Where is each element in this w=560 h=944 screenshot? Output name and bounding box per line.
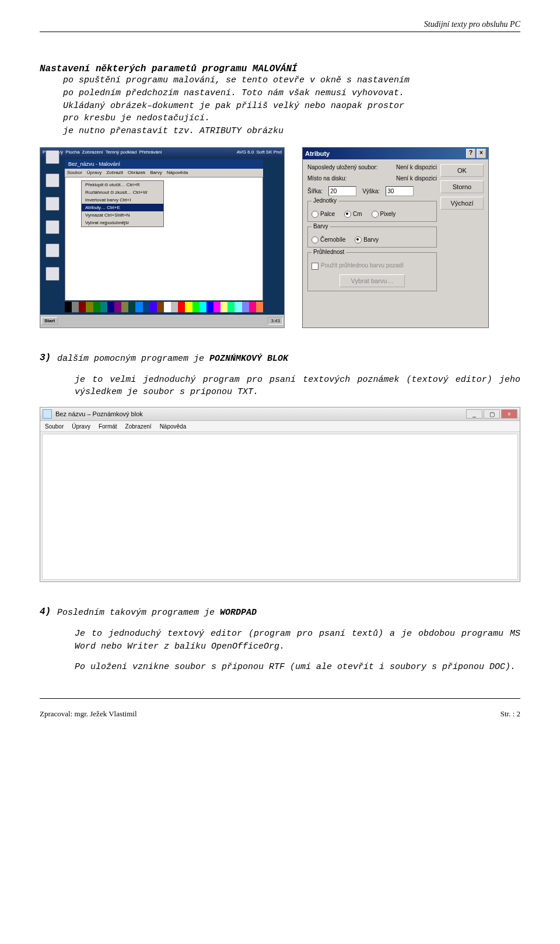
desktop-icon — [43, 243, 62, 264]
paint-screenshot: PříkazovýPlochaZobrazeníTemný podkladPře… — [40, 147, 285, 328]
close-button[interactable]: × — [477, 149, 486, 158]
paragraph: po poledním předchozím nastavení. Toto n… — [40, 87, 520, 100]
radio-bw[interactable] — [312, 236, 318, 243]
list-number: 4) — [40, 607, 51, 619]
paragraph: Po uložení vznikne soubor s příponou RTF… — [40, 661, 520, 674]
default-button[interactable]: Výchozí — [440, 197, 484, 210]
context-menu[interactable]: Překlopit či otočit… Ctrl+R Roztáhnout č… — [81, 180, 164, 227]
cancel-button[interactable]: Storno — [440, 180, 484, 193]
paint-titlebar: Bez_názvu - Malování — [65, 159, 263, 169]
paint-menubar[interactable]: SouborÚpravyZobrazitObrázekBarvyNápověda — [65, 169, 263, 177]
transparency-checkbox[interactable] — [312, 263, 318, 270]
colors-group: Barvy Černobíle Barvy — [307, 227, 437, 248]
desktop-icon — [43, 173, 62, 194]
header-divider — [40, 32, 520, 32]
height-input[interactable] — [386, 186, 414, 196]
help-button[interactable]: ? — [466, 149, 475, 158]
units-group: Jednotky Palce Cm Pixely — [307, 201, 437, 222]
start-button[interactable]: Start — [41, 317, 58, 325]
paragraph: je nutno přenastavit tzv. ATRIBUTY obráz… — [40, 125, 520, 138]
close-button[interactable]: × — [501, 409, 517, 419]
desktop-icon — [43, 267, 62, 288]
radio-color[interactable] — [355, 236, 362, 243]
attributes-dialog: Atributy ? × Naposledy uložený soubor:Ne… — [302, 147, 489, 328]
footer-divider — [40, 698, 520, 699]
paragraph: je to velmi jednoduchý program pro psaní… — [40, 374, 520, 399]
footer-left: Zpracoval: mgr. Ježek Vlastimil — [40, 709, 137, 719]
paragraph: po spuštění programu malování, se tento … — [40, 74, 520, 87]
notepad-textarea[interactable] — [42, 434, 518, 580]
desktop-toolbar: PříkazovýPlochaZobrazeníTemný podkladPře… — [40, 148, 284, 157]
radio-pixels[interactable] — [372, 211, 379, 218]
radio-cm[interactable] — [344, 211, 351, 218]
list-number: 3) — [40, 353, 51, 365]
notepad-icon — [43, 409, 52, 419]
taskbar[interactable]: Start 3:43 — [40, 315, 284, 328]
desktop-icon — [43, 220, 62, 241]
program-name: WORDPAD — [220, 608, 257, 618]
maximize-button[interactable]: ▢ — [484, 409, 500, 419]
ok-button[interactable]: OK — [440, 164, 484, 177]
section-title: Nastavení některých parametů programu MA… — [40, 64, 520, 74]
notepad-titlebar: Bez názvu – Poznámkový blok _ ▢ × — [40, 407, 520, 421]
program-name: POZNŃMKOVÝ BLOK — [209, 354, 288, 364]
transparency-group: Průhlednost Použít průhlednou barvu poza… — [307, 252, 437, 291]
page-header: Studijní texty pro obsluhu PC — [40, 20, 520, 29]
desktop-icon — [43, 150, 62, 171]
paragraph: pro kresbu je nedostačující. — [40, 112, 520, 125]
width-input[interactable] — [328, 186, 356, 196]
footer-right: Str. : 2 — [501, 709, 520, 719]
pick-color-button[interactable]: Vybrat barvu… — [340, 274, 405, 287]
paragraph: Je to jednoduchý textový editor (program… — [40, 628, 520, 653]
tray-clock: 3:43 — [268, 317, 283, 325]
notepad-menubar[interactable]: SouborÚpravyFormátZobrazeníNápověda — [40, 421, 520, 432]
notepad-screenshot: Bez názvu – Poznámkový blok _ ▢ × Soubor… — [40, 407, 520, 582]
radio-inches[interactable] — [312, 211, 318, 218]
screenshot-row-1: PříkazovýPlochaZobrazeníTemný podkladPře… — [40, 147, 520, 328]
desktop-icon — [43, 197, 62, 218]
dialog-titlebar: Atributy ? × — [303, 148, 488, 159]
paragraph: Ukládaný obrázek–dokument je pak příliš … — [40, 100, 520, 113]
minimize-button[interactable]: _ — [466, 409, 482, 419]
color-strip[interactable] — [65, 302, 263, 312]
